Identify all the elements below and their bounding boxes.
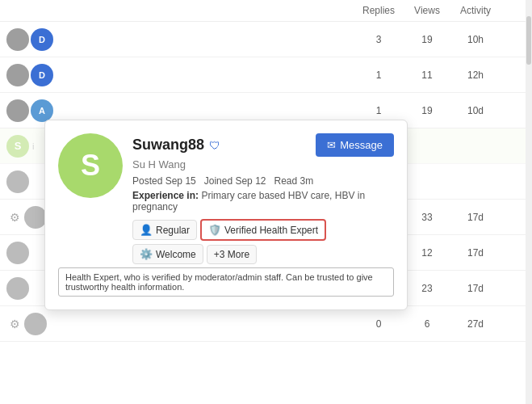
popup-meta: Posted Sep 15 Joined Sep 12 Read 3m (132, 175, 394, 187)
avatar (6, 28, 29, 51)
user-popup: S Suwang88 🛡 ✉ Message Su H Wang Posted … (44, 120, 408, 310)
table-row: ⚙ 0 6 27d (0, 306, 532, 342)
views: 23 (403, 283, 451, 294)
badge-regular[interactable]: 👤 Regular (132, 220, 197, 240)
avatar (6, 242, 29, 264)
views: 19 (403, 105, 451, 116)
avatar (24, 313, 47, 335)
row-stats: 3 19 10h (354, 34, 500, 45)
row-left: D (0, 64, 73, 86)
row-left: D (0, 28, 73, 51)
envelope-icon: ✉ (327, 139, 336, 151)
avatar (24, 206, 47, 229)
views: 33 (403, 212, 451, 223)
popup-name-row: Suwang88 🛡 ✉ Message (132, 133, 394, 157)
row-left: ⚙ (0, 313, 73, 335)
avatar (6, 170, 29, 193)
table-row: D 1 11 12h (0, 57, 532, 93)
avatar-s: S (6, 135, 29, 158)
badge-welcome[interactable]: ⚙️ Welcome (132, 244, 203, 264)
badge-label: Regular (156, 225, 190, 236)
avatar-letter: D (31, 28, 53, 51)
more-label: +3 More (214, 249, 249, 260)
popup-avatar: S (58, 133, 123, 198)
row-stats: 1 19 10d (354, 105, 500, 116)
welcome-icon: ⚙️ (140, 248, 153, 260)
views: 19 (403, 34, 451, 45)
popup-experience: Experience in: Primary care based HBV ca… (132, 190, 394, 213)
badge-more[interactable]: +3 More (207, 245, 257, 264)
replies: 1 (354, 69, 403, 81)
shield-badge-icon: 🛡️ (208, 224, 221, 236)
row-indicator: i (32, 141, 34, 151)
badges-row: 👤 Regular 🛡️ Verified Health Expert ⚙️ W… (132, 219, 394, 264)
views: 6 (403, 318, 451, 330)
scrollbar-thumb[interactable] (526, 16, 531, 65)
replies: 0 (354, 318, 403, 330)
badge-label: Verified Health Expert (224, 225, 318, 236)
avatar-letter: A (31, 99, 53, 122)
header-replies: Replies (354, 5, 403, 16)
row-stats: 1 11 12h (354, 69, 500, 81)
gear-icon: ⚙ (6, 209, 23, 225)
popup-fullname: Su H Wang (132, 158, 394, 170)
activity: 27d (451, 318, 500, 330)
views: 11 (403, 69, 451, 81)
scrollbar[interactable] (526, 0, 532, 404)
header-views: Views (403, 5, 451, 16)
popup-username[interactable]: Suwang88 (132, 137, 204, 154)
row-stats: 0 6 27d (354, 318, 500, 330)
views: 12 (403, 247, 451, 259)
avatar-letter: D (31, 64, 53, 86)
avatar (6, 277, 29, 300)
popup-info: Suwang88 🛡 ✉ Message Su H Wang Posted Se… (132, 133, 394, 264)
tooltip-box: Health Expert, who is verified by modera… (58, 267, 394, 297)
user-icon: 👤 (140, 224, 153, 236)
replies: 3 (354, 34, 403, 45)
activity: 17d (451, 247, 500, 259)
message-button[interactable]: ✉ Message (316, 133, 394, 157)
badge-label: Welcome (156, 249, 196, 260)
replies: 1 (354, 105, 403, 116)
popup-header: S Suwang88 🛡 ✉ Message Su H Wang Posted … (58, 133, 394, 264)
popup-card: S Suwang88 🛡 ✉ Message Su H Wang Posted … (44, 120, 408, 310)
table-header: Replies Views Activity (0, 0, 532, 22)
shield-icon: 🛡 (209, 139, 220, 152)
header-activity: Activity (451, 5, 500, 16)
avatar (6, 99, 29, 122)
table-row: D 3 19 10h (0, 22, 532, 57)
activity: 12h (451, 69, 500, 81)
activity: 17d (451, 283, 500, 294)
activity: 17d (451, 212, 500, 223)
gear-icon: ⚙ (6, 316, 23, 332)
row-left: A (0, 99, 73, 122)
badge-verified[interactable]: 🛡️ Verified Health Expert (200, 219, 326, 241)
avatar (6, 64, 29, 86)
activity: 10h (451, 34, 500, 45)
activity: 10d (451, 105, 500, 116)
